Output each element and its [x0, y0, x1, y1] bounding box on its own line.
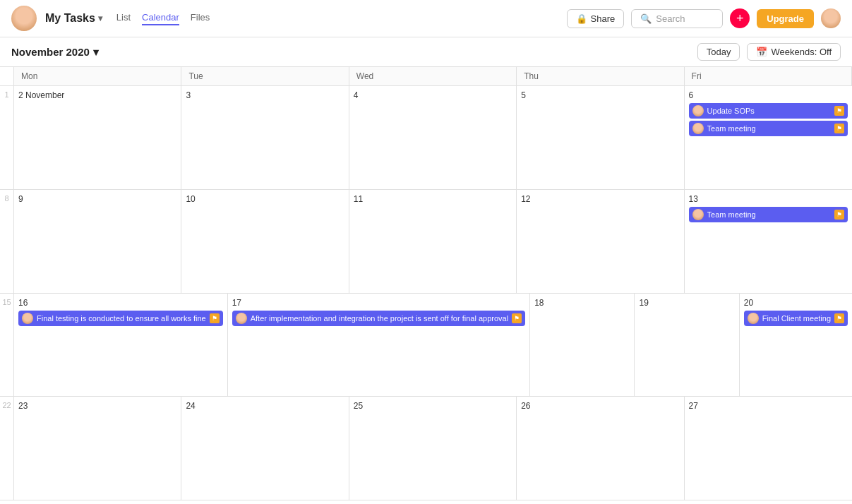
add-button[interactable]: +: [730, 8, 750, 28]
search-box[interactable]: 🔍 Search: [631, 9, 723, 28]
tab-list[interactable]: List: [116, 12, 131, 25]
event-flag-icon: ⚑: [512, 313, 522, 323]
share-label: Share: [591, 13, 616, 24]
event-label: Team meeting: [707, 124, 831, 133]
event-avatar: [22, 313, 33, 324]
calendar-week-3: 222324252627: [0, 397, 852, 500]
event-avatar: [692, 123, 704, 134]
cal-cell-w2-d2[interactable]: 18: [530, 294, 635, 397]
week-number-3: 22: [0, 397, 14, 500]
month-selector[interactable]: November 2020 ▾: [11, 46, 99, 59]
cal-cell-w2-d0[interactable]: 16Final testing is conducted to ensure a…: [14, 294, 228, 397]
event-item[interactable]: Final Client meeting⚑: [744, 311, 848, 326]
cal-cell-w1-d0[interactable]: 9: [14, 190, 181, 293]
day-number: 27: [689, 401, 848, 411]
day-number: 26: [521, 401, 679, 411]
cal-cell-w3-d1[interactable]: 24: [181, 397, 349, 500]
upgrade-button[interactable]: Upgrade: [757, 9, 814, 28]
calendar-week-2: 1516Final testing is conducted to ensure…: [0, 294, 852, 397]
week-num-spacer: [0, 67, 14, 85]
avatar[interactable]: [11, 6, 37, 31]
search-icon: 🔍: [640, 13, 652, 24]
cal-cell-w3-d2[interactable]: 25: [349, 397, 517, 500]
weekends-label: Weekends: Off: [771, 47, 832, 57]
event-flag-icon: ⚑: [210, 313, 220, 323]
cal-cell-w3-d0[interactable]: 23: [14, 397, 181, 500]
cal-cell-w1-d4[interactable]: 13Team meeting⚑: [685, 190, 852, 293]
event-item[interactable]: Team meeting⚑: [689, 207, 848, 222]
user-avatar[interactable]: [821, 8, 841, 28]
event-flag-icon: ⚑: [834, 210, 844, 220]
sub-header-right: Today 📅 Weekends: Off: [697, 43, 841, 61]
col-header-wed: Wed: [349, 67, 517, 85]
event-item[interactable]: Update SOPs⚑: [689, 103, 848, 119]
day-number: 20: [744, 298, 848, 308]
event-avatar: [692, 209, 704, 220]
calendar-week-0: 12 November3456Update SOPs⚑Team meeting⚑: [0, 86, 852, 190]
day-number: 19: [639, 298, 734, 308]
col-header-thu: Thu: [517, 67, 684, 85]
col-header-tue: Tue: [181, 67, 349, 85]
day-number: 12: [521, 194, 679, 204]
app-title[interactable]: My Tasks ▾: [45, 12, 102, 25]
day-number: 11: [354, 194, 512, 204]
app-header: My Tasks ▾ List Calendar Files 🔒 Share 🔍…: [0, 0, 852, 37]
event-flag-icon: ⚑: [834, 124, 844, 133]
week-number-1: 8: [0, 190, 14, 293]
header-right: 🔒 Share 🔍 Search + Upgrade: [567, 8, 841, 28]
event-flag-icon: ⚑: [834, 313, 844, 323]
nav-tabs: List Calendar Files: [116, 12, 210, 25]
cal-cell-w2-d3[interactable]: 19: [635, 294, 739, 397]
calendar-body: 12 November3456Update SOPs⚑Team meeting⚑…: [0, 86, 852, 500]
day-number: 23: [18, 401, 176, 411]
event-avatar: [692, 105, 704, 116]
event-avatar: [748, 313, 759, 324]
cal-cell-w0-d2[interactable]: 4: [349, 86, 517, 189]
cal-cell-w0-d3[interactable]: 5: [517, 86, 684, 189]
event-item[interactable]: After implementation and integration the…: [232, 311, 525, 326]
col-header-mon: Mon: [14, 67, 181, 85]
day-number: 17: [232, 298, 525, 308]
event-item[interactable]: Team meeting⚑: [689, 121, 848, 136]
day-number: 18: [534, 298, 630, 308]
event-label: Final testing is conducted to ensure all…: [37, 314, 206, 323]
cal-cell-w1-d2[interactable]: 11: [349, 190, 517, 293]
search-placeholder: Search: [656, 13, 685, 24]
title-caret-icon: ▾: [98, 13, 102, 23]
cal-cell-w2-d1[interactable]: 17After implementation and integration t…: [228, 294, 530, 397]
event-flag-icon: ⚑: [834, 106, 844, 116]
tab-calendar[interactable]: Calendar: [142, 12, 179, 25]
title-text: My Tasks: [45, 12, 95, 25]
cal-cell-w1-d1[interactable]: 10: [181, 190, 349, 293]
today-button[interactable]: Today: [697, 43, 740, 61]
week-number-2: 15: [0, 294, 14, 397]
day-number: 16: [18, 298, 223, 308]
day-number: 24: [186, 401, 344, 411]
tab-files[interactable]: Files: [191, 12, 210, 25]
cal-cell-w0-d0[interactable]: 2 November: [14, 86, 181, 189]
month-caret-icon: ▾: [93, 46, 99, 59]
week-number-0: 1: [0, 86, 14, 189]
day-number: 10: [186, 194, 344, 204]
cal-cell-w2-d4[interactable]: 20Final Client meeting⚑: [740, 294, 852, 397]
cal-cell-w3-d4[interactable]: 27: [685, 397, 852, 500]
day-number: 6: [689, 90, 848, 100]
share-button[interactable]: 🔒 Share: [567, 9, 625, 28]
sub-header: November 2020 ▾ Today 📅 Weekends: Off: [0, 37, 852, 67]
day-number: 4: [354, 90, 512, 100]
month-label-text: November 2020: [11, 46, 90, 58]
weekends-button[interactable]: 📅 Weekends: Off: [747, 43, 841, 61]
day-number: 13: [689, 194, 848, 204]
cal-cell-w1-d3[interactable]: 12: [517, 190, 684, 293]
day-number: 25: [354, 401, 512, 411]
day-number: 9: [18, 194, 176, 204]
calendar-icon: 📅: [756, 47, 767, 57]
cal-cell-w3-d3[interactable]: 26: [517, 397, 684, 500]
cal-cell-w0-d4[interactable]: 6Update SOPs⚑Team meeting⚑: [685, 86, 852, 189]
event-item[interactable]: Final testing is conducted to ensure all…: [18, 311, 223, 326]
col-header-fri: Fri: [685, 67, 852, 85]
calendar-day-headers: Mon Tue Wed Thu Fri: [0, 67, 852, 86]
day-number: 5: [521, 90, 679, 100]
cal-cell-w0-d1[interactable]: 3: [181, 86, 349, 189]
event-avatar: [236, 313, 247, 324]
